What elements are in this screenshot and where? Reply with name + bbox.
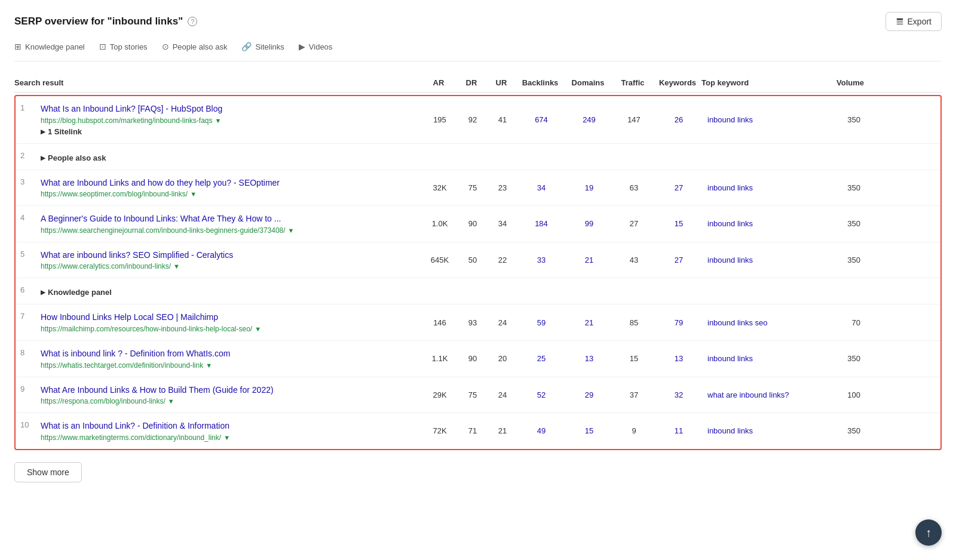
result-ar: 1.1K xyxy=(422,354,458,363)
table-row: 8What is inbound link ? - Definition fro… xyxy=(16,341,940,377)
result-keywords: 79 xyxy=(655,318,703,327)
result-top_keyword: inbound links xyxy=(703,426,822,435)
table-row: 1What Is an Inbound Link? [FAQs] - HubSp… xyxy=(16,96,940,144)
result-number: 9 xyxy=(20,384,35,393)
tab-people-also-ask[interactable]: ⊙ People also ask xyxy=(162,42,228,54)
result-number: 7 xyxy=(20,312,35,321)
result-top_keyword: inbound links xyxy=(703,115,822,124)
result-top_keyword: inbound links seo xyxy=(703,318,822,327)
result-top_keyword: inbound links xyxy=(703,354,822,363)
col-search-result: Search result xyxy=(14,78,421,87)
result-backlinks: 52 xyxy=(517,390,565,399)
result-ur: 24 xyxy=(488,318,517,327)
result-search-cell: 3What are Inbound Links and how do they … xyxy=(16,177,422,199)
result-dr: 50 xyxy=(458,256,488,264)
result-traffic: 85 xyxy=(613,318,655,327)
result-ur: 23 xyxy=(488,183,517,192)
result-url: https://www.searchenginejournal.com/inbo… xyxy=(41,226,294,235)
fab-icon: ↑ xyxy=(926,526,932,540)
result-content-inner: ▶ Knowledge panel xyxy=(41,285,112,297)
export-icon xyxy=(896,17,904,26)
table-row: 3What are Inbound Links and how do they … xyxy=(16,170,940,207)
result-title-link[interactable]: A Beginner's Guide to Inbound Links: Wha… xyxy=(41,213,294,225)
result-top_keyword: inbound links xyxy=(703,256,822,264)
results-table: Search result AR DR UR Backlinks Domains… xyxy=(14,73,942,450)
tab-top-stories[interactable]: ⊡ Top stories xyxy=(99,42,148,54)
nav-tabs: ⊞ Knowledge panel ⊡ Top stories ⊙ People… xyxy=(14,42,942,61)
result-ur: 34 xyxy=(488,219,517,228)
result-ar: 29K xyxy=(422,390,458,399)
videos-icon: ▶ xyxy=(299,42,305,51)
result-keywords: 27 xyxy=(655,183,703,192)
export-button[interactable]: Export xyxy=(885,12,942,31)
svg-rect-1 xyxy=(896,21,903,21)
tab-videos[interactable]: ▶ Videos xyxy=(299,42,333,54)
result-ar: 146 xyxy=(422,318,458,327)
result-volume: 350 xyxy=(822,219,870,228)
table-row: 7How Inbound Links Help Local SEO | Mail… xyxy=(16,304,940,341)
result-backlinks: 674 xyxy=(517,115,565,124)
result-title-link[interactable]: What Are Inbound Links & How to Build Th… xyxy=(41,384,274,396)
result-number: 6 xyxy=(20,285,35,294)
result-ar: 72K xyxy=(422,426,458,435)
result-number: 3 xyxy=(20,177,35,186)
tab-sitelinks[interactable]: 🔗 Sitelinks xyxy=(241,42,284,54)
tab-knowledge-panel[interactable]: ⊞ Knowledge panel xyxy=(14,42,85,54)
header-left: SERP overview for "inbound links" ? xyxy=(14,16,197,27)
col-dr: DR xyxy=(456,78,486,87)
result-backlinks: 33 xyxy=(517,256,565,264)
result-content-inner: What Is an Inbound Link? [FAQs] - HubSpo… xyxy=(41,103,222,136)
result-ur: 21 xyxy=(488,426,517,435)
result-backlinks: 49 xyxy=(517,426,565,435)
result-url: https://www.seoptimer.com/blog/inbound-l… xyxy=(41,190,280,198)
result-keywords: 13 xyxy=(655,354,703,363)
result-search-cell: 6▶ Knowledge panel xyxy=(16,285,422,297)
show-more-button[interactable]: Show more xyxy=(14,462,82,482)
result-url: https://respona.com/blog/inbound-links/▼ xyxy=(41,397,274,405)
result-title-link[interactable]: What is inbound link ? - Definition from… xyxy=(41,348,230,360)
result-volume: 350 xyxy=(822,183,870,192)
result-content-inner: What is inbound link ? - Definition from… xyxy=(41,348,230,370)
result-number: 8 xyxy=(20,348,35,357)
result-search-cell: 10What is an Inbound Link? - Definition … xyxy=(16,420,422,442)
result-keywords: 15 xyxy=(655,219,703,228)
result-search-cell: 1What Is an Inbound Link? [FAQs] - HubSp… xyxy=(16,103,422,136)
result-title-link[interactable]: What are inbound links? SEO Simplified -… xyxy=(41,250,233,261)
result-ar: 195 xyxy=(422,115,458,124)
result-url: https://www.ceralytics.com/inbound-links… xyxy=(41,262,233,270)
result-keywords: 26 xyxy=(655,115,703,124)
result-domains: 29 xyxy=(565,390,613,399)
fab-button[interactable]: ↑ xyxy=(915,519,942,546)
result-title-link[interactable]: What Is an Inbound Link? [FAQs] - HubSpo… xyxy=(41,103,222,115)
result-search-cell: 8What is inbound link ? - Definition fro… xyxy=(16,348,422,370)
knowledge-panel-icon: ⊞ xyxy=(14,42,22,51)
result-title-link[interactable]: What is an Inbound Link? - Definition & … xyxy=(41,420,230,432)
result-content-inner: What are inbound links? SEO Simplified -… xyxy=(41,250,233,271)
result-volume: 100 xyxy=(822,390,870,399)
result-url: https://blog.hubspot.com/marketing/inbou… xyxy=(41,116,222,125)
table-row: 10What is an Inbound Link? - Definition … xyxy=(16,413,940,449)
result-traffic: 147 xyxy=(613,115,655,124)
result-special-label: ▶ People also ask xyxy=(41,153,106,162)
result-dr: 92 xyxy=(458,115,488,124)
result-top_keyword: inbound links xyxy=(703,183,822,192)
result-search-cell: 5What are inbound links? SEO Simplified … xyxy=(16,250,422,271)
result-ur: 20 xyxy=(488,354,517,363)
result-content-inner: What Are Inbound Links & How to Build Th… xyxy=(41,384,274,406)
table-row: 9What Are Inbound Links & How to Build T… xyxy=(16,377,940,414)
result-number: 4 xyxy=(20,213,35,222)
result-content-inner: How Inbound Links Help Local SEO | Mailc… xyxy=(41,312,261,333)
sitelinks-icon: 🔗 xyxy=(241,42,252,51)
table-row: 2▶ People also ask xyxy=(16,144,940,170)
table-row: 6▶ Knowledge panel xyxy=(16,278,940,304)
result-title-link[interactable]: How Inbound Links Help Local SEO | Mailc… xyxy=(41,312,261,324)
result-volume: 350 xyxy=(822,115,870,124)
result-title-link[interactable]: What are Inbound Links and how do they h… xyxy=(41,177,280,189)
result-ur: 41 xyxy=(488,115,517,124)
result-ur: 22 xyxy=(488,256,517,264)
page-header: SERP overview for "inbound links" ? Expo… xyxy=(14,12,942,31)
help-icon[interactable]: ? xyxy=(188,17,197,26)
result-domains: 21 xyxy=(565,256,613,264)
result-search-cell: 9What Are Inbound Links & How to Build T… xyxy=(16,384,422,406)
result-search-cell: 4A Beginner's Guide to Inbound Links: Wh… xyxy=(16,213,422,235)
